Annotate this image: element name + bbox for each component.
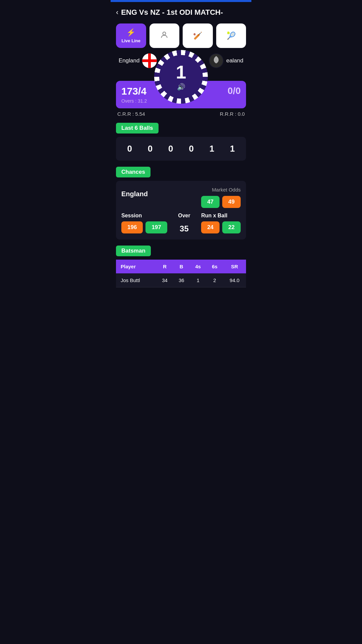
chances-label: Chances <box>116 167 150 177</box>
svg-rect-3 <box>148 53 151 68</box>
chances-team-name: England <box>121 190 148 198</box>
over-col: Over 35 <box>171 213 198 233</box>
ball-5: 1 <box>209 144 214 154</box>
table-body: Jos Buttl 34 36 1 2 94.0 <box>116 273 246 287</box>
team2-score: 0/0 <box>228 86 241 96</box>
ball-spinner: 1 🔊 <box>154 50 208 104</box>
rrr: R.R.R : 0.0 <box>220 111 245 117</box>
team1-score: 173/4 <box>121 86 147 97</box>
team-newzealand: ealand <box>209 53 243 68</box>
team2-name: ealand <box>226 57 243 64</box>
player-name: Jos Buttl <box>116 273 157 287</box>
run-x-ball-col: Run x Ball 24 22 <box>201 213 241 233</box>
current-ball: 1 <box>176 63 186 82</box>
market-odds-block: Market Odds 47 49 <box>201 187 241 208</box>
market-odds-orange-btn[interactable]: 49 <box>222 196 241 208</box>
batsman-label: Batsman <box>116 246 151 256</box>
chances-top: England Market Odds 47 49 <box>121 187 241 208</box>
run-x-ball-label: Run x Ball <box>201 213 227 219</box>
session-buttons: 196 197 <box>121 221 167 233</box>
tab-live-line-label: Live Line <box>122 38 140 43</box>
market-odds-green-btn[interactable]: 47 <box>201 196 220 208</box>
player-b: 36 <box>173 273 190 287</box>
ball-3: 0 <box>168 144 173 154</box>
lightning-icon: ⚡ <box>126 28 135 37</box>
teams-row: England 1 🔊 <box>116 53 246 71</box>
page-title: ENG Vs NZ - 1st ODI MATCH- <box>121 8 223 17</box>
col-6s: 6s <box>206 260 223 273</box>
spinner-inner: 1 🔊 <box>159 55 203 99</box>
run-x-ball-orange-btn[interactable]: 24 <box>201 221 220 233</box>
newzealand-flag <box>209 53 224 68</box>
ball-2: 0 <box>148 144 153 154</box>
team1-name: England <box>119 57 139 64</box>
rate-row: C.R.R : 5.54 R.R.R : 0.0 <box>116 108 246 117</box>
bat-icon: 🏏 <box>193 32 202 40</box>
batsman-section: Batsman Player R B 4s 6s SR Jos Buttl 34… <box>116 246 246 287</box>
market-odds-label: Market Odds <box>212 187 241 193</box>
session-green-btn[interactable]: 197 <box>145 221 167 233</box>
header-row: Player R B 4s 6s SR <box>116 260 246 273</box>
over-label: Over <box>178 213 190 219</box>
team1-score-block: 173/4 Overs : 31.2 <box>121 86 147 104</box>
col-b: B <box>173 260 190 273</box>
chances-box: England Market Odds 47 49 Session 196 19… <box>116 181 246 239</box>
tab-bar: ⚡ Live Line 🏏 🎾 <box>111 20 251 53</box>
col-sr: SR <box>223 260 246 273</box>
last-balls-section: Last 6 Balls 0 0 0 0 1 1 <box>116 123 246 161</box>
ball-1: 0 <box>127 144 132 154</box>
player-icon <box>160 31 169 41</box>
over-value: 35 <box>180 224 189 233</box>
spinner-outer: 1 🔊 <box>154 50 208 104</box>
session-label: Session <box>121 213 142 219</box>
back-arrow-icon[interactable]: ‹ <box>116 8 118 17</box>
col-4s: 4s <box>190 260 206 273</box>
player-sr: 94.0 <box>223 273 246 287</box>
header: ‹ ENG Vs NZ - 1st ODI MATCH- <box>111 2 251 20</box>
scoreboard: England 1 🔊 <box>116 53 246 117</box>
tab-player[interactable] <box>149 23 180 48</box>
tab-live-line[interactable]: ⚡ Live Line <box>116 23 146 48</box>
session-col: Session 196 197 <box>121 213 167 233</box>
run-x-ball-green-btn[interactable]: 22 <box>222 221 241 233</box>
player-4s: 1 <box>190 273 206 287</box>
market-odds-buttons: 47 49 <box>201 196 241 208</box>
svg-point-0 <box>163 32 166 35</box>
batsman-table: Player R B 4s 6s SR Jos Buttl 34 36 1 2 … <box>116 260 246 287</box>
player-r: 34 <box>157 273 173 287</box>
tab-ball[interactable]: 🎾 <box>216 23 246 48</box>
ball-6: 1 <box>230 144 235 154</box>
run-x-ball-buttons: 24 22 <box>201 221 241 233</box>
col-r: R <box>157 260 173 273</box>
table-header: Player R B 4s 6s SR <box>116 260 246 273</box>
team1-overs: Overs : 31.2 <box>121 98 147 104</box>
ball-icon: 🎾 <box>227 32 236 40</box>
balls-box: 0 0 0 0 1 1 <box>116 137 246 161</box>
table-row: Jos Buttl 34 36 1 2 94.0 <box>116 273 246 287</box>
chances-section: Chances England Market Odds 47 49 Sessio… <box>116 167 246 239</box>
tab-bat[interactable]: 🏏 <box>183 23 213 48</box>
player-6s: 2 <box>206 273 223 287</box>
team-england: England <box>119 53 157 68</box>
team2-score-block: 0/0 <box>228 86 241 96</box>
crr: C.R.R : 5.54 <box>117 111 145 117</box>
last-balls-label: Last 6 Balls <box>116 123 159 133</box>
chances-bottom: Session 196 197 Over 35 Run x Ball 24 22 <box>121 213 241 233</box>
session-orange-btn[interactable]: 196 <box>121 221 143 233</box>
sound-icon[interactable]: 🔊 <box>177 83 185 91</box>
ball-4: 0 <box>189 144 193 154</box>
col-player: Player <box>116 260 157 273</box>
